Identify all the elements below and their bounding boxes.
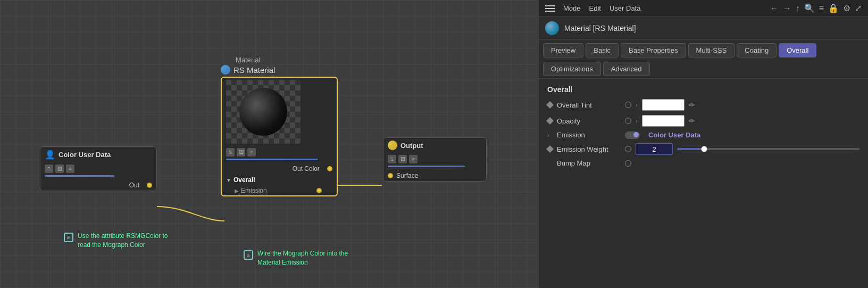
prop-bump-map: Bump Map <box>547 159 859 167</box>
emission-weight-circle[interactable] <box>625 146 631 152</box>
back-icon[interactable]: ← <box>770 4 779 13</box>
node-canvas[interactable]: 👤 Color User Data S 🖼 ≡ Out Material RS … <box>0 0 538 288</box>
node-sphere-icon <box>221 65 230 75</box>
top-bar-actions: ← → ↑ 🔍 ≡ 🔒 ⚙ ⤢ <box>770 3 862 13</box>
tab-preview[interactable]: Preview <box>543 43 583 57</box>
overall-section[interactable]: ▼ Overall <box>222 174 337 186</box>
node-above-label: Material <box>236 56 260 64</box>
node-material-footer: S 🖼 ≡ <box>222 146 337 159</box>
footer-s-icon: S <box>226 148 235 157</box>
bump-map-spacer <box>547 161 553 166</box>
node-material-footer-icons: S 🖼 ≡ <box>226 148 256 157</box>
comment1-text: Use the attribute RSMGColor to read the … <box>78 232 170 250</box>
overall-tint-edit[interactable]: ✏ <box>689 101 695 109</box>
output-title: Output <box>400 142 423 150</box>
opacity-edit[interactable]: ✏ <box>689 117 695 125</box>
top-bar: Mode Edit User Data ← → ↑ 🔍 ≡ 🔒 ⚙ ⤢ <box>539 0 868 17</box>
port-out-dot[interactable] <box>147 183 152 188</box>
emission-linked-label: Color User Data <box>648 131 700 139</box>
rs-material-node[interactable]: S 🖼 ≡ Out Color ▼ Overall ▶ Emission <box>221 77 338 196</box>
overall-tint-circle[interactable] <box>625 102 631 108</box>
rs-material-wrapper: Material RS Material S 🖼 ≡ Out Color <box>221 56 275 77</box>
node-footer: S 🖼 ≡ <box>40 162 156 175</box>
filter-icon[interactable]: ≡ <box>819 4 824 13</box>
output-node[interactable]: Output S 🖼 ≡ Surface <box>383 137 487 182</box>
menu-mode[interactable]: Mode <box>563 4 581 12</box>
tab-base-properties[interactable]: Base Properties <box>621 43 686 57</box>
emission-port[interactable] <box>316 188 322 193</box>
props-content: Overall Overall Tint › ✏ Opacity › ✏ › E… <box>539 79 868 288</box>
emission-prop-arrow: › <box>547 133 553 138</box>
search-icon[interactable]: 🔍 <box>804 3 815 13</box>
tab-optimizations[interactable]: Optimizations <box>543 62 601 76</box>
overall-label: Overall <box>233 176 255 184</box>
opacity-circle[interactable] <box>625 118 631 124</box>
footer-img-icon: 🖼 <box>237 148 245 157</box>
output-icon <box>388 141 397 150</box>
node-title-text: RS Material <box>233 65 275 75</box>
chevron-icon: ▼ <box>226 177 231 183</box>
port-out-label: Out <box>129 182 139 189</box>
output-header: Output <box>383 138 486 153</box>
emission-weight-diamond <box>546 145 554 153</box>
up-icon[interactable]: ↑ <box>796 4 800 13</box>
tab-basic[interactable]: Basic <box>586 43 619 57</box>
menu-userdata[interactable]: User Data <box>610 4 641 12</box>
color-user-data-node[interactable]: 👤 Color User Data S 🖼 ≡ Out <box>40 146 157 191</box>
opacity-color[interactable] <box>642 115 685 127</box>
comment1-icon: ≡ <box>64 233 73 242</box>
tab-multi-sss[interactable]: Multi-SSS <box>688 43 735 57</box>
tab-overall[interactable]: Overall <box>779 43 816 57</box>
node-person-icon: 👤 <box>45 150 55 160</box>
emission-toggle[interactable] <box>625 131 640 139</box>
footer-icon-img: 🖼 <box>55 164 64 173</box>
expand-icon[interactable]: ⤢ <box>855 3 862 13</box>
menu-edit[interactable]: Edit <box>589 4 601 12</box>
opacity-label: Opacity <box>557 117 621 125</box>
settings-icon[interactable]: ⚙ <box>843 3 850 13</box>
emission-weight-number: 2 <box>652 145 656 153</box>
node-name-row: RS Material <box>221 65 275 75</box>
node-title-above: Material <box>221 56 275 64</box>
output-s-icon: S <box>388 155 396 163</box>
prop-emission-weight: Emission Weight 2 <box>547 143 859 155</box>
overall-tint-color[interactable] <box>642 99 685 111</box>
surface-label: Surface <box>396 172 418 179</box>
output-menu-icon: ≡ <box>409 155 418 163</box>
out-color-label: Out Color <box>293 165 320 172</box>
node-title: Color User Data <box>59 151 111 159</box>
prop-opacity: Opacity › ✏ <box>547 115 859 127</box>
emission-arrow-icon: ▶ <box>235 188 239 194</box>
forward-icon[interactable]: → <box>783 4 791 13</box>
output-progress <box>388 166 465 167</box>
emission-label: Emission <box>241 187 267 194</box>
footer-icon-s: S <box>45 164 53 173</box>
section-overall-title: Overall <box>547 85 859 94</box>
properties-panel: Mode Edit User Data ← → ↑ 🔍 ≡ 🔒 ⚙ ⤢ Mate… <box>538 0 868 288</box>
surface-port-row: Surface <box>383 170 486 181</box>
bump-map-label: Bump Map <box>557 159 621 167</box>
top-bar-menu: Mode Edit User Data <box>563 4 640 12</box>
emission-weight-slider[interactable] <box>677 148 859 150</box>
comment2-text: Wire the Mograph Color into the Material… <box>257 249 371 267</box>
out-color-dot[interactable] <box>327 166 332 171</box>
material-sphere-icon <box>545 21 559 35</box>
tab-coating[interactable]: Coating <box>737 43 777 57</box>
output-img-icon: 🖼 <box>398 155 407 163</box>
emission-weight-thumb <box>701 146 707 152</box>
overall-tint-diamond <box>546 101 554 109</box>
lock-icon[interactable]: 🔒 <box>828 3 839 13</box>
surface-port-dot[interactable] <box>388 173 393 178</box>
node-footer-icons: S 🖼 ≡ <box>45 164 74 173</box>
bump-map-circle[interactable] <box>625 160 631 167</box>
prop-overall-tint: Overall Tint › ✏ <box>547 99 859 111</box>
hamburger-icon[interactable] <box>545 5 555 12</box>
comment2-icon: ≡ <box>244 250 253 260</box>
node-header: 👤 Color User Data <box>40 147 156 162</box>
port-out-row: Out <box>40 180 156 191</box>
output-footer: S 🖼 ≡ <box>383 153 486 166</box>
overall-tint-label: Overall Tint <box>557 101 621 109</box>
emission-weight-value[interactable]: 2 <box>636 143 673 155</box>
overall-tint-arrow: › <box>636 102 638 108</box>
tab-advanced[interactable]: Advanced <box>603 62 650 76</box>
